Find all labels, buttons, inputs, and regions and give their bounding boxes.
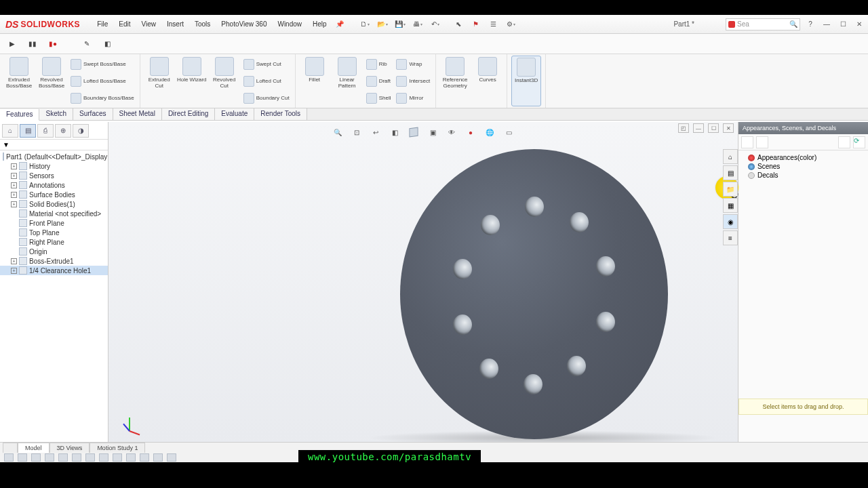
taskpane-appearances-tab[interactable]: ◉ — [723, 214, 738, 229]
menu-file[interactable]: File — [92, 18, 113, 30]
taskpane-view-palette-tab[interactable]: ▦ — [723, 198, 738, 213]
tree-right-plane[interactable]: Right Plane — [0, 237, 108, 247]
taskpane-custom-tab[interactable]: ≡ — [723, 230, 738, 245]
tab-features[interactable]: Features — [0, 109, 39, 121]
tab-render-tools[interactable]: Render Tools — [254, 108, 307, 120]
vp-maximize-button[interactable]: ☐ — [708, 123, 719, 133]
property-manager-tab[interactable]: ▤ — [20, 124, 36, 138]
hide-show-button[interactable]: 👁 — [444, 125, 459, 140]
swept-boss-button[interactable]: Swept Boss/Base — [69, 56, 136, 73]
tree-annotations[interactable]: +Annotations — [0, 180, 108, 190]
bottom-tab-motion[interactable]: Motion Study 1 — [90, 443, 145, 453]
search-icon[interactable]: 🔍 — [789, 20, 797, 28]
dimxpert-manager-tab[interactable]: ⊕ — [55, 124, 71, 138]
status-icon[interactable] — [58, 453, 68, 462]
status-icon[interactable] — [85, 453, 95, 462]
maximize-button[interactable]: ☐ — [837, 19, 849, 30]
tree-top-plane[interactable]: Top Plane — [0, 228, 108, 237]
section-view-button[interactable]: ◧ — [387, 125, 402, 140]
undo-button[interactable]: ↶ — [428, 17, 443, 32]
open-button[interactable]: 📂 — [375, 17, 390, 32]
minimize-button[interactable]: ― — [821, 19, 833, 30]
tree-origin[interactable]: Origin — [0, 247, 108, 256]
tree-history[interactable]: +History — [0, 161, 108, 171]
intersect-button[interactable]: Intersect — [395, 73, 431, 89]
vp-minimize-button[interactable]: ― — [693, 123, 704, 133]
rp-refresh-button[interactable]: ⟳ — [853, 136, 865, 148]
tree-material[interactable]: Material <not specified> — [0, 209, 108, 218]
macro-play-button[interactable]: ▶ — [5, 37, 19, 51]
view-orientation-button[interactable] — [406, 125, 421, 140]
taskpane-explorer-tab[interactable]: 📁 — [723, 182, 738, 197]
menu-photoview[interactable]: PhotoView 360 — [216, 18, 271, 30]
taskpane-resources-tab[interactable]: ⌂ — [723, 149, 738, 164]
draft-button[interactable]: Draft — [365, 73, 393, 89]
rebuild-button[interactable]: ⚑ — [469, 17, 484, 32]
status-icon[interactable] — [72, 453, 81, 462]
extruded-boss-button[interactable]: Extruded Boss/Base — [4, 56, 34, 106]
options-list-button[interactable]: ☰ — [486, 17, 501, 32]
macro-pause-button[interactable]: ▮▮ — [26, 37, 39, 51]
fillet-button[interactable]: Fillet — [300, 56, 330, 106]
previous-view-button[interactable]: ↩ — [368, 125, 383, 140]
tree-boss-extrude[interactable]: +Boss-Extrude1 — [0, 256, 108, 266]
status-icon[interactable] — [126, 453, 136, 462]
tree-surface-bodies[interactable]: +Surface Bodies — [0, 190, 108, 199]
graphics-viewport[interactable]: 🔍 ⊡ ↩ ◧ ▣ 👁 ● 🌐 ▭ ◰ ― ☐ ✕ — [108, 122, 738, 442]
macro-new-button[interactable]: ◧ — [100, 37, 114, 51]
tab-direct-editing[interactable]: Direct Editing — [162, 108, 215, 120]
menu-window[interactable]: Window — [273, 18, 307, 30]
print-button[interactable]: 🖶 — [410, 17, 425, 32]
filter-bar[interactable]: ▼ — [0, 140, 108, 150]
boundary-boss-button[interactable]: Boundary Boss/Base — [69, 90, 136, 106]
tab-sketch[interactable]: Sketch — [39, 108, 73, 120]
lofted-cut-button[interactable]: Lofted Cut — [242, 73, 291, 89]
swept-cut-button[interactable]: Swept Cut — [242, 56, 291, 73]
hole-icon[interactable] — [525, 197, 544, 217]
bottom-tab-3dviews[interactable]: 3D Views — [50, 443, 90, 453]
status-icon[interactable] — [153, 453, 163, 462]
hole-icon[interactable] — [596, 256, 615, 277]
vp-close-button[interactable]: ✕ — [723, 123, 734, 133]
tab-surfaces[interactable]: Surfaces — [73, 108, 113, 120]
hole-icon[interactable] — [570, 212, 589, 232]
hole-icon[interactable] — [481, 215, 500, 235]
rp-node-appearances[interactable]: Appearances(color) — [741, 153, 865, 162]
menu-edit[interactable]: Edit — [114, 18, 135, 30]
view-settings-button[interactable]: ▭ — [501, 125, 516, 140]
pin-icon[interactable]: 📌 — [336, 20, 344, 28]
bottom-tab-model[interactable]: Model — [18, 443, 50, 453]
model-disc[interactable] — [400, 149, 668, 439]
shell-button[interactable]: Shell — [365, 90, 393, 106]
tree-root[interactable]: Part1 (Default<<Default>_Display State — [0, 152, 108, 161]
curves-button[interactable]: Curves — [473, 56, 502, 106]
macro-edit-button[interactable]: ✎ — [80, 37, 94, 51]
bottom-tab-blank[interactable] — [3, 443, 18, 453]
extruded-cut-button[interactable]: Extruded Cut — [144, 56, 174, 106]
status-icon[interactable] — [31, 453, 41, 462]
status-icon[interactable] — [4, 453, 14, 462]
linear-pattern-button[interactable]: Linear Pattern — [332, 56, 362, 106]
display-manager-tab[interactable]: ◑ — [73, 124, 89, 138]
lofted-boss-button[interactable]: Lofted Boss/Base — [69, 73, 136, 89]
rp-fwd-button[interactable] — [756, 136, 768, 148]
apply-scene-button[interactable]: 🌐 — [482, 125, 497, 140]
menu-view[interactable]: View — [136, 18, 161, 30]
status-icon[interactable] — [45, 453, 54, 462]
hole-icon[interactable] — [567, 356, 586, 376]
boundary-cut-button[interactable]: Boundary Cut — [242, 90, 291, 106]
taskpane-library-tab[interactable]: ▤ — [723, 165, 738, 180]
tree-solid-bodies[interactable]: +Solid Bodies(1) — [0, 199, 108, 209]
revolved-boss-button[interactable]: Revolved Boss/Base — [37, 56, 66, 106]
hole-icon[interactable] — [479, 359, 498, 379]
select-button[interactable]: ⬉ — [451, 17, 466, 32]
instant3d-button[interactable]: Instant3D — [511, 56, 541, 106]
status-icon[interactable] — [99, 453, 108, 462]
status-icon[interactable] — [140, 453, 149, 462]
zoom-fit-button[interactable]: 🔍 — [330, 125, 345, 140]
rp-node-decals[interactable]: Decals — [741, 171, 865, 180]
display-style-button[interactable]: ▣ — [425, 125, 440, 140]
status-icon[interactable] — [113, 453, 122, 462]
hole-icon[interactable] — [596, 312, 615, 332]
search-input[interactable]: Sea 🔍 — [726, 18, 800, 30]
